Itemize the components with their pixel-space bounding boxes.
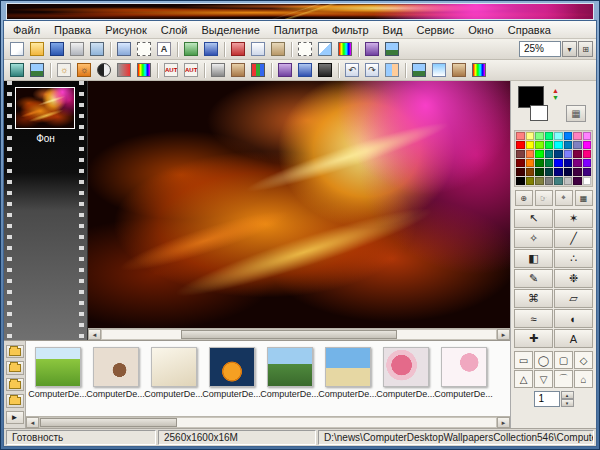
emboss-button[interactable] bbox=[315, 61, 335, 80]
palette-color-19[interactable] bbox=[535, 150, 544, 158]
palette-color-26[interactable] bbox=[526, 159, 535, 167]
auto-levels-button[interactable]: AUTO bbox=[161, 61, 181, 80]
undo-button[interactable] bbox=[181, 40, 201, 59]
browser-thumbnail-3[interactable]: ComputerDe... bbox=[146, 344, 201, 416]
palette-color-32[interactable] bbox=[583, 159, 592, 167]
background-color-swatch[interactable] bbox=[530, 105, 548, 121]
palette-color-5[interactable] bbox=[554, 132, 563, 140]
palette-color-43[interactable] bbox=[535, 177, 544, 185]
palette-color-42[interactable] bbox=[526, 177, 535, 185]
palette-color-8[interactable] bbox=[583, 132, 592, 140]
menu-item-10[interactable]: Окно bbox=[461, 22, 501, 38]
browser-thumbnail-2[interactable]: ComputerDe... bbox=[88, 344, 143, 416]
menu-item-8[interactable]: Вид bbox=[376, 22, 410, 38]
menu-item-1[interactable]: Файл bbox=[6, 22, 47, 38]
rgb-channels-button[interactable] bbox=[248, 61, 268, 80]
palette-color-11[interactable] bbox=[535, 141, 544, 149]
palette-color-23[interactable] bbox=[573, 150, 582, 158]
palette-color-46[interactable] bbox=[564, 177, 573, 185]
flip-horizontal-button[interactable] bbox=[382, 61, 402, 80]
pattern-preset-button[interactable] bbox=[469, 61, 489, 80]
palette-color-21[interactable] bbox=[554, 150, 563, 158]
retouch-tool-button[interactable]: ✚ bbox=[514, 329, 553, 348]
scroll-track[interactable] bbox=[101, 329, 497, 340]
canvas[interactable] bbox=[88, 81, 510, 328]
palette-options-button[interactable]: ▦ bbox=[566, 105, 586, 122]
texture-preset-button[interactable] bbox=[449, 61, 469, 80]
crop-button[interactable] bbox=[134, 40, 154, 59]
magic-wand-tool-button[interactable]: ✶ bbox=[554, 209, 593, 228]
scroll-thumb[interactable] bbox=[181, 330, 398, 339]
browser-scroll-thumb[interactable] bbox=[40, 418, 177, 427]
open-image-button[interactable] bbox=[27, 40, 47, 59]
folder-options-button[interactable] bbox=[6, 394, 24, 407]
blur-filter-button[interactable] bbox=[295, 61, 315, 80]
triangle-up-selection-button[interactable]: △ bbox=[514, 370, 533, 388]
airbrush-tool-button[interactable]: ∴ bbox=[554, 249, 593, 268]
palette-color-38[interactable] bbox=[564, 168, 573, 176]
saturation-minus-button[interactable] bbox=[114, 61, 134, 80]
brightness-minus-button[interactable]: ☼ bbox=[54, 61, 74, 80]
auto-contrast-button[interactable]: AUTO bbox=[181, 61, 201, 80]
palette-color-45[interactable] bbox=[554, 177, 563, 185]
palette-color-48[interactable] bbox=[583, 177, 592, 185]
text-insert-tool-button[interactable]: A bbox=[554, 329, 593, 348]
new-image-button[interactable] bbox=[7, 40, 27, 59]
browser-thumbnail-4[interactable]: ComputerDe... bbox=[204, 344, 259, 416]
browser-thumbnail-5[interactable]: ComputerDe... bbox=[262, 344, 317, 416]
palette-color-6[interactable] bbox=[564, 132, 573, 140]
saturation-plus-button[interactable] bbox=[134, 61, 154, 80]
browser-thumbnail-7[interactable]: ComputerDe... bbox=[378, 344, 433, 416]
scroll-right-button[interactable]: ► bbox=[497, 329, 510, 340]
clouds-preset-button[interactable] bbox=[429, 61, 449, 80]
image-size-button[interactable] bbox=[114, 40, 134, 59]
palette-color-13[interactable] bbox=[554, 141, 563, 149]
menu-item-11[interactable]: Справка bbox=[501, 22, 558, 38]
color-swap-icon[interactable]: ▲ ▼ bbox=[552, 87, 559, 101]
play-slideshow-button[interactable]: ► bbox=[6, 411, 24, 424]
paste-button[interactable] bbox=[268, 40, 288, 59]
fill-tool-button[interactable]: ◧ bbox=[514, 249, 553, 268]
selection-tool-button[interactable]: ↖ bbox=[514, 209, 553, 228]
contrast-button[interactable] bbox=[94, 61, 114, 80]
palette-color-34[interactable] bbox=[526, 168, 535, 176]
palette-color-7[interactable] bbox=[573, 132, 582, 140]
redo-button[interactable] bbox=[201, 40, 221, 59]
palette-color-24[interactable] bbox=[583, 150, 592, 158]
scroll-left-button[interactable]: ◄ bbox=[88, 329, 101, 340]
palette-color-3[interactable] bbox=[535, 132, 544, 140]
palette-color-25[interactable] bbox=[516, 159, 525, 167]
menu-item-2[interactable]: Правка bbox=[47, 22, 98, 38]
menu-item-9[interactable]: Сервис bbox=[410, 22, 462, 38]
crosshair-tool-button[interactable]: ⌖ bbox=[555, 190, 573, 206]
grid-toggle-button[interactable]: ▦ bbox=[575, 190, 593, 206]
tool-option-value[interactable]: 1 bbox=[534, 391, 560, 407]
browser-thumbnail-8[interactable]: ComputerDe... bbox=[436, 344, 491, 416]
palette-color-40[interactable] bbox=[583, 168, 592, 176]
zoom-tool-button[interactable]: ⊕ bbox=[515, 190, 533, 206]
lasso-selection-button[interactable]: ⌒ bbox=[554, 370, 573, 388]
clone-stamp-tool-button[interactable]: ⌘ bbox=[514, 289, 553, 308]
ellipse-selection-button[interactable]: ◯ bbox=[534, 351, 553, 369]
triangle-down-selection-button[interactable]: ▽ bbox=[534, 370, 553, 388]
sharpen-button[interactable] bbox=[275, 61, 295, 80]
menu-item-7[interactable]: Фильтр bbox=[325, 22, 376, 38]
dodge-burn-tool-button[interactable]: ◐ bbox=[554, 309, 593, 328]
eraser-tool-button[interactable]: ▱ bbox=[554, 289, 593, 308]
show-selection-button[interactable] bbox=[295, 40, 315, 59]
text-tool-button[interactable]: A bbox=[154, 40, 174, 59]
palette-color-10[interactable] bbox=[526, 141, 535, 149]
palette-color-29[interactable] bbox=[554, 159, 563, 167]
advanced-brush-tool-button[interactable]: ❉ bbox=[554, 269, 593, 288]
brush-tool-button[interactable]: ✎ bbox=[514, 269, 553, 288]
menu-item-6[interactable]: Палитра bbox=[267, 22, 325, 38]
rotate-left-button[interactable]: ↶ bbox=[342, 61, 362, 80]
palette-color-36[interactable] bbox=[545, 168, 554, 176]
palette-color-9[interactable] bbox=[516, 141, 525, 149]
menu-item-4[interactable]: Слой bbox=[154, 22, 195, 38]
palette-color-20[interactable] bbox=[545, 150, 554, 158]
palette-color-16[interactable] bbox=[583, 141, 592, 149]
palette-color-4[interactable] bbox=[545, 132, 554, 140]
palette-color-33[interactable] bbox=[516, 168, 525, 176]
save-image-button[interactable] bbox=[47, 40, 67, 59]
